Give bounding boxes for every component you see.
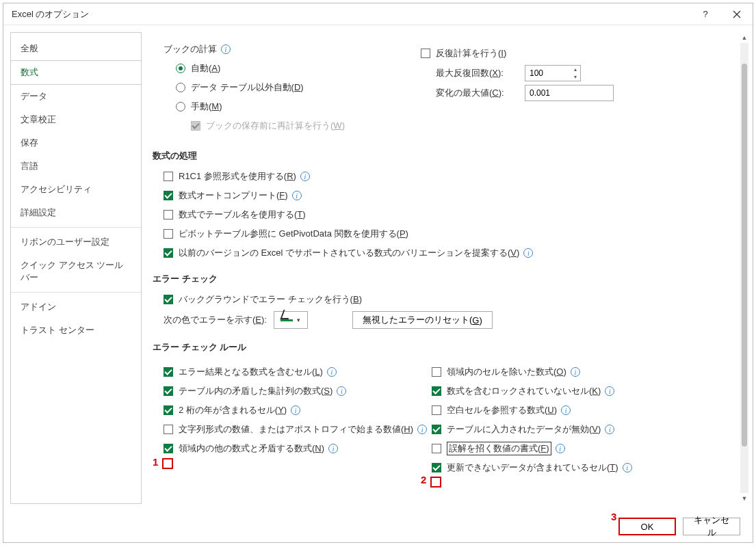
checkbox-icon [432,463,441,472]
info-icon[interactable]: i [221,44,231,54]
scroll-down-icon[interactable]: ▼ [740,493,748,504]
sidebar-item-accessibility[interactable]: アクセシビリティ [11,178,141,201]
titlebar: Excel のオプション ? [3,3,753,25]
checkbox-legacy-variations[interactable]: 以前のバージョンの Excel でサポートされている数式のバリエーションを提案す… [164,245,736,261]
info-icon[interactable]: i [623,463,632,472]
sidebar-item-language[interactable]: 言語 [11,155,141,178]
checkbox-autocomplete[interactable]: 数式オートコンプリート(F) i [164,188,736,203]
radio-except-tables[interactable]: データ テーブル以外自動(D) [176,80,421,95]
help-button[interactable]: ? [690,3,721,25]
checkbox-icon [164,295,173,304]
checkbox-iterative-calc[interactable]: 反復計算を行う(I) [421,46,736,61]
checkbox-icon [164,229,173,239]
rule-misleading-number-format[interactable]: 誤解を招く数値の書式(F) i [432,441,736,456]
sidebar-item-proofing[interactable]: 文章校正 [11,108,141,131]
checkbox-getpivotdata[interactable]: ピボットテーブル参照に GetPivotData 関数を使用する(P) [164,226,736,241]
checkbox-icon [164,386,173,396]
radio-icon [176,102,185,111]
sidebar-item-advanced[interactable]: 詳細設定 [11,201,141,224]
rule-two-digit-year[interactable]: 2 桁の年が含まれるセル(Y) i [164,403,432,418]
info-icon[interactable]: i [561,405,571,415]
chevron-down-icon: ▾ [297,317,300,323]
checkbox-icon [432,405,441,415]
scroll-track[interactable] [740,43,748,493]
rule-omits-region-cells[interactable]: 領域内のセルを除いた数式(O) i [432,364,736,379]
checkbox-icon [164,191,173,200]
sidebar-item-quick-access[interactable]: クイック アクセス ツール バー [11,254,141,289]
radio-manual[interactable]: 手動(M) [176,99,421,114]
error-check-heading: エラー チェック [153,273,736,285]
window-title: Excel のオプション [3,8,89,21]
info-icon[interactable]: i [328,444,338,453]
checkbox-icon [164,444,173,453]
checkbox-icon [164,425,173,434]
radio-auto[interactable]: 自動(A) [176,61,421,76]
error-color-label: 次の色でエラーを示す(E): [164,314,267,326]
info-icon[interactable]: i [523,248,533,258]
radio-icon [176,83,185,92]
dialog-footer: OK キャンセル [3,511,753,542]
checkbox-icon [164,405,173,415]
options-panel: 計算方法の設定 ブックの計算 i [142,25,753,511]
ok-button[interactable]: OK [618,518,676,535]
checkbox-background-error-check[interactable]: バックグラウンドでエラー チェックを行う(B) [164,292,736,307]
reset-ignored-errors-button[interactable]: 無視したエラーのリセット(G) [352,311,493,329]
rule-number-as-text[interactable]: 文字列形式の数値、またはアポストロフィで始まる数値(H) i [164,422,432,437]
cancel-button[interactable]: キャンセル [683,518,740,535]
checkbox-icon [432,425,441,434]
category-sidebar: 全般 数式 データ 文章校正 保存 言語 アクセシビリティ 詳細設定 リボンのユ… [10,32,142,504]
rule-inconsistent-region-formula[interactable]: 領域内の他の数式と矛盾する数式(N) i [164,441,432,456]
checkbox-icon [164,172,173,181]
formula-handling-heading: 数式の処理 [153,150,736,162]
rule-refers-empty-cells[interactable]: 空白セルを参照する数式(U) i [432,403,736,418]
info-icon[interactable]: i [292,191,302,200]
checkbox-icon [432,367,441,377]
workbook-calc-label: ブックの計算 [164,43,217,55]
rule-unlocked-formula-cells[interactable]: 数式を含むロックされていないセル(K) i [432,384,736,399]
checkbox-r1c1[interactable]: R1C1 参照形式を使用する(R) i [164,169,736,184]
vertical-scrollbar[interactable]: ▲ ▼ [740,32,748,504]
sidebar-item-data[interactable]: データ [11,85,141,108]
rule-error-formula-cells[interactable]: エラー結果となる数式を含むセル(L) i [164,364,432,379]
color-swatch-icon [281,319,293,321]
rule-inconsistent-table-formula[interactable]: テーブル内の矛盾した集計列の数式(S) i [164,384,432,399]
sidebar-item-addins[interactable]: アドイン [11,295,141,319]
error-color-picker[interactable]: ▾ [274,311,308,329]
scroll-up-icon[interactable]: ▲ [740,32,748,43]
max-change-input[interactable] [525,85,614,101]
error-rules-heading: エラー チェック ルール [153,341,736,353]
scroll-thumb[interactable] [742,64,747,446]
sidebar-item-formulas[interactable]: 数式 [11,60,141,85]
info-icon[interactable]: i [337,386,346,396]
info-icon[interactable]: i [291,405,300,415]
info-icon[interactable]: i [300,172,310,181]
max-iter-label: 最大反復回数(X): [436,67,525,79]
options-dialog: Excel のオプション ? 全般 数式 データ 文章校正 保存 言語 アクセシ… [3,3,753,543]
sidebar-item-general[interactable]: 全般 [11,37,141,60]
checkbox-tablenames[interactable]: 数式でテーブル名を使用する(T) [164,207,736,222]
checkbox-icon [164,210,173,219]
spinner-buttons[interactable]: ▲▼ [571,66,580,81]
radio-icon [176,64,185,73]
close-icon [733,10,741,18]
rule-invalid-table-data[interactable]: テーブルに入力されたデータが無効(V) i [432,422,736,437]
info-icon[interactable]: i [605,386,614,396]
checkbox-recalc-before-save: ブックの保存前に再計算を行う(W) [191,118,421,133]
close-button[interactable] [721,3,753,25]
info-icon[interactable]: i [327,367,337,377]
checkbox-icon [164,248,173,258]
rule-stale-data-cells[interactable]: 更新できないデータが含まれているセル(T) i [432,460,736,475]
sidebar-item-customize-ribbon[interactable]: リボンのユーザー設定 [11,230,141,254]
checkbox-icon [421,49,430,58]
sidebar-item-save[interactable]: 保存 [11,131,141,155]
info-icon[interactable]: i [605,425,614,434]
checkbox-icon [432,444,441,453]
max-change-label: 変化の最大値(C): [436,87,525,99]
checkbox-icon [432,386,441,396]
info-icon[interactable]: i [417,425,427,434]
checkbox-icon [164,367,173,377]
info-icon[interactable]: i [556,444,565,453]
sidebar-item-trust-center[interactable]: トラスト センター [11,319,141,342]
checkbox-icon [191,121,200,131]
info-icon[interactable]: i [571,367,580,377]
